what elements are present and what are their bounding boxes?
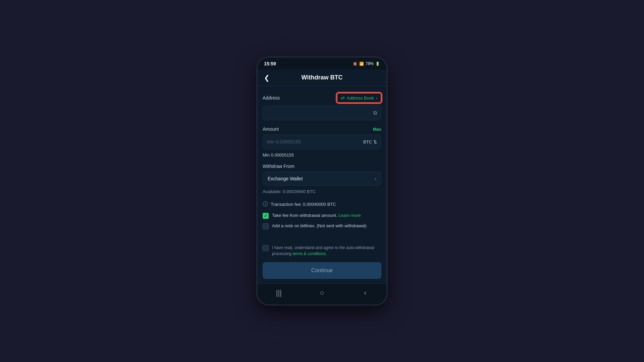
header: ❮ Withdraw BTC: [257, 69, 387, 86]
address-book-label: Address Book: [347, 96, 374, 101]
amount-section-header: Amount Max: [263, 126, 381, 132]
wallet-name: Exchange Wallet: [268, 176, 303, 181]
address-label: Address: [263, 95, 280, 101]
currency-label: BTC: [363, 139, 372, 144]
continue-button[interactable]: Continue: [263, 262, 381, 279]
take-fee-label: Take fee from withdrawal amount. Learn m…: [272, 213, 361, 219]
min-amount-info: Min 0.00005155: [263, 153, 381, 158]
fee-help-icon[interactable]: ⓘ: [263, 201, 268, 208]
wallet-chevron-icon: ›: [375, 176, 376, 181]
back-icon: ❮: [264, 74, 270, 81]
status-bar: 15:59 🔇 📶 78% 🔋: [257, 57, 387, 69]
address-section-header: Address ⇄ Address Book ›: [263, 93, 381, 103]
take-fee-checkbox[interactable]: ✓: [263, 213, 269, 219]
withdraw-from-label: Withdraw From: [263, 164, 381, 169]
back-nav-icon: ‹: [364, 289, 366, 297]
checkmark-icon: ✓: [264, 214, 267, 218]
back-nav-button[interactable]: ‹: [359, 288, 372, 298]
home-icon: ○: [320, 289, 324, 297]
home-nav-button[interactable]: ○: [315, 288, 329, 298]
wifi-icon: 📶: [359, 62, 364, 66]
add-note-checkbox[interactable]: [263, 223, 269, 229]
currency-toggle[interactable]: BTC ⇅: [363, 139, 377, 144]
take-fee-checkbox-row: ✓ Take fee from withdrawal amount. Learn…: [263, 213, 381, 219]
terms-link[interactable]: terms & conditions.: [292, 251, 327, 256]
add-note-label: Add a note on bitfinex. (Not sent with w…: [272, 223, 367, 229]
available-balance: Available: 0.00029940 BTC: [263, 189, 381, 194]
address-book-button[interactable]: ⇄ Address Book ›: [337, 93, 381, 103]
add-note-checkbox-row: Add a note on bitfinex. (Not sent with w…: [263, 223, 381, 229]
max-button[interactable]: Max: [373, 127, 381, 132]
mute-icon: 🔇: [353, 62, 358, 66]
back-button[interactable]: ❮: [264, 74, 270, 82]
agreement-text: I have read, understand and agree to the…: [272, 245, 381, 257]
menu-icon: |||: [276, 289, 282, 297]
battery-icon: 🔋: [375, 62, 380, 66]
agreement-checkbox[interactable]: [263, 245, 269, 251]
amount-placeholder: Min 0.00005155: [267, 139, 301, 144]
menu-nav-button[interactable]: |||: [272, 288, 285, 298]
fee-text: Transaction fee: 0.00040000 BTC: [271, 202, 336, 207]
address-book-chevron: ›: [376, 96, 377, 101]
learn-more-link[interactable]: Learn more: [338, 213, 361, 218]
swap-icon: ⇅: [373, 139, 377, 144]
amount-input-field[interactable]: Min 0.00005155 BTC ⇅: [263, 134, 381, 149]
battery-level: 78%: [366, 61, 374, 66]
page-title: Withdraw BTC: [302, 74, 343, 81]
paste-icon[interactable]: ⧉: [373, 110, 377, 116]
wallet-selector[interactable]: Exchange Wallet ›: [263, 172, 381, 186]
main-content: Address ⇄ Address Book › ⧉ Amount Max Mi…: [257, 86, 387, 240]
amount-label: Amount: [263, 126, 279, 132]
agreement-section: I have read, understand and agree to the…: [257, 240, 387, 260]
bottom-navigation: ||| ○ ‹: [257, 284, 387, 305]
status-icons: 🔇 📶 78% 🔋: [353, 61, 380, 66]
status-time: 15:59: [264, 61, 276, 66]
transaction-fee-row: ⓘ Transaction fee: 0.00040000 BTC: [263, 201, 381, 208]
address-input-field[interactable]: ⧉: [263, 106, 381, 120]
address-book-icon: ⇄: [341, 95, 345, 101]
